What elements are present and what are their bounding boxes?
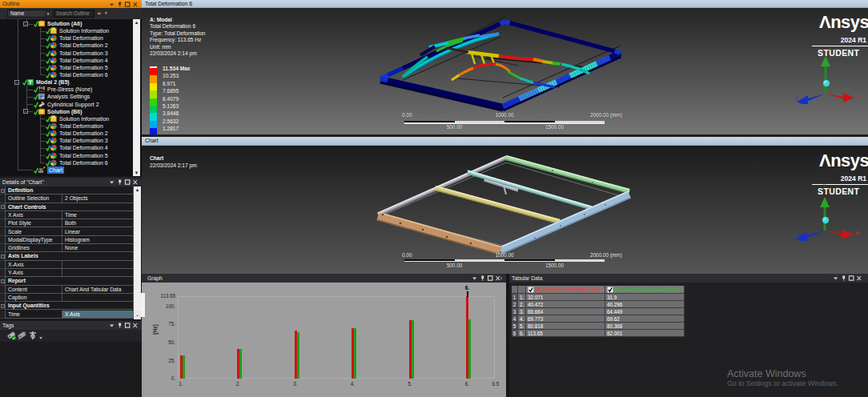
svg-text:Z: Z bbox=[794, 232, 798, 239]
svg-text:Z: Z bbox=[794, 95, 798, 102]
svg-text:T=0: T=0 bbox=[38, 86, 45, 90]
svg-text:X: X bbox=[855, 230, 860, 237]
svg-text:Y: Y bbox=[822, 182, 826, 188]
svg-text:X: X bbox=[856, 93, 861, 100]
